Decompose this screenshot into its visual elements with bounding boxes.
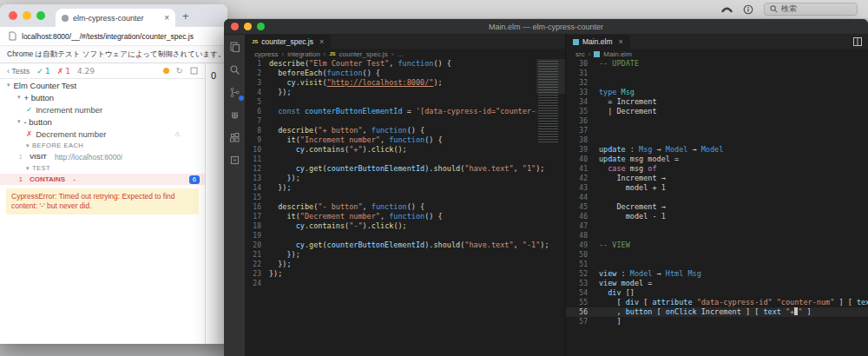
- breadcrumb-segment[interactable]: cypress: [254, 50, 279, 58]
- back-to-tests-button[interactable]: ‹ Tests: [7, 67, 30, 76]
- code-line: 8 describe("+ button", function() {: [245, 126, 565, 135]
- chevron-right-icon: ›: [324, 50, 326, 58]
- debug-icon[interactable]: [228, 109, 241, 122]
- section-label: TEST: [32, 164, 50, 172]
- window-controls: [231, 23, 265, 30]
- line-number: 14: [245, 183, 269, 193]
- breadcrumb-segment[interactable]: src: [575, 50, 585, 58]
- code-line: 19: [245, 231, 565, 241]
- elm-file-icon: [594, 51, 600, 57]
- command-contains[interactable]: 1 CONTAINS - 6: [0, 174, 205, 185]
- code-text: -- UPDATE: [599, 59, 639, 69]
- x-icon: ✗: [26, 129, 32, 138]
- command-visit[interactable]: 1 VISIT http://localhost:8000/: [0, 151, 205, 162]
- line-number: 53: [566, 279, 599, 288]
- chrome-addressbar[interactable]: localhost:8000/__/#/tests/integration/co…: [0, 27, 227, 46]
- code-line: 24: [245, 279, 565, 288]
- code-text: model - 1: [599, 212, 666, 221]
- new-tab-button[interactable]: +: [182, 10, 189, 23]
- line-number: 43: [566, 183, 599, 193]
- line-number: 38: [566, 135, 599, 145]
- close-icon[interactable]: ×: [618, 37, 622, 46]
- tab-close-icon[interactable]: ×: [164, 14, 169, 23]
- code-editor-counter-spec[interactable]: 1describe("Elm Counter Test", function()…: [245, 59, 565, 356]
- tab-main-elm[interactable]: Main.elm ×: [566, 35, 631, 49]
- remote-icon[interactable]: [228, 154, 241, 167]
- line-number: 9: [245, 135, 269, 145]
- close-window-button[interactable]: [9, 11, 17, 20]
- tab-counter-spec[interactable]: JS counter_spec.js ×: [245, 35, 332, 49]
- line-number: 49: [566, 241, 599, 250]
- suite-plus-button[interactable]: ▾ + button: [0, 91, 205, 103]
- code-text: });: [269, 88, 292, 97]
- info-icon[interactable]: [743, 4, 753, 15]
- split-editor-icon[interactable]: [853, 37, 862, 46]
- auto-scroll-indicator-icon[interactable]: [163, 68, 169, 74]
- minimap-slider[interactable]: [536, 59, 565, 94]
- extensions-icon[interactable]: [228, 131, 241, 144]
- zoom-window-button[interactable]: [36, 11, 45, 20]
- breadcrumb-segment[interactable]: …: [397, 50, 404, 58]
- code-text: describe("Elm Counter Test", function() …: [269, 59, 451, 69]
- code-line: 10 cy.contains("+").click();: [245, 145, 565, 155]
- menubar-search[interactable]: 検索: [764, 3, 858, 16]
- phone-icon[interactable]: [721, 4, 733, 14]
- code-line: 48: [566, 231, 868, 241]
- viewport-icon[interactable]: [190, 67, 198, 75]
- code-text: describe("- button", function() {: [269, 202, 424, 212]
- code-text: });: [269, 250, 300, 260]
- js-file-icon: JS: [329, 51, 335, 56]
- minimize-window-button[interactable]: [244, 23, 252, 30]
- minimap[interactable]: [536, 59, 565, 142]
- close-icon[interactable]: ×: [319, 37, 324, 46]
- code-line: 47: [566, 221, 868, 231]
- minimize-window-button[interactable]: [23, 11, 31, 20]
- close-window-button[interactable]: [231, 23, 239, 30]
- passed-count: ✓ 1: [36, 67, 49, 76]
- test-increment-number[interactable]: ✓ Increment number: [0, 103, 205, 115]
- chevron-down-icon: ▾: [7, 82, 10, 89]
- code-text: cy.get(counterButtonElementId).should("h…: [269, 164, 544, 174]
- breadcrumb-segment[interactable]: counter_spec.js: [339, 50, 388, 58]
- line-number: 17: [245, 212, 269, 221]
- breadcrumb: cypress › integration › JS counter_spec.…: [245, 49, 565, 59]
- code-line: 6 const counterButtonElementId = '[data-…: [245, 107, 565, 116]
- line-number: 48: [566, 231, 599, 241]
- js-file-icon: JS: [252, 39, 258, 44]
- suite-minus-button[interactable]: ▾ - button: [0, 115, 205, 128]
- chevron-right-icon: ›: [282, 50, 285, 58]
- chevron-down-icon: ▾: [26, 142, 30, 149]
- command-name: CONTAINS: [30, 175, 65, 183]
- line-number: 4: [245, 88, 269, 97]
- browser-tab[interactable]: elm-cypress-counter ×: [56, 9, 175, 27]
- code-line: 34 = Increment: [566, 97, 868, 107]
- breadcrumb-segment[interactable]: integration: [287, 50, 319, 58]
- code-line: 42 Increment →: [566, 174, 868, 183]
- code-line: 3 cy.visit("http://localhost:8000/");: [245, 78, 565, 88]
- code-editor-main-elm[interactable]: 30-- UPDATE313233type Msg34 = Increment3…: [566, 59, 868, 356]
- code-text: cy.visit("http://localhost:8000/");: [269, 78, 443, 88]
- line-number: 11: [245, 155, 269, 164]
- before-each-section[interactable]: ▾ BEFORE EACH: [0, 140, 205, 151]
- line-number: 46: [566, 212, 599, 221]
- breadcrumb-segment[interactable]: Main.elm: [603, 50, 631, 58]
- command-name: VISIT: [30, 153, 47, 161]
- line-number: 31: [566, 69, 599, 78]
- code-text: view : Model → Html Msg: [599, 269, 701, 279]
- code-line: 56 , button [ onClick Increment ] [ text…: [566, 307, 868, 317]
- source-control-icon[interactable]: [228, 86, 241, 99]
- line-number: 16: [245, 202, 269, 212]
- line-number: 50: [566, 250, 599, 260]
- code-text: beforeEach(function() {: [269, 69, 380, 78]
- code-text: const counterButtonElementId = '[data-cy…: [269, 107, 549, 116]
- test-section[interactable]: ▾ TEST: [0, 162, 205, 174]
- refresh-icon[interactable]: ↻: [176, 67, 183, 76]
- test-decrement-number[interactable]: ✗ Decrement number ⚠: [0, 128, 205, 140]
- explorer-icon[interactable]: [228, 41, 241, 54]
- vscode-body: JS counter_spec.js × cypress › integrati…: [224, 35, 868, 356]
- tab-bar: Main.elm ×: [566, 35, 868, 49]
- suite-elm-counter-test[interactable]: ▾ Elm Counter Test: [0, 79, 205, 91]
- search-icon[interactable]: [228, 63, 241, 76]
- code-line: 30-- UPDATE: [566, 59, 868, 69]
- zoom-window-button[interactable]: [257, 23, 265, 30]
